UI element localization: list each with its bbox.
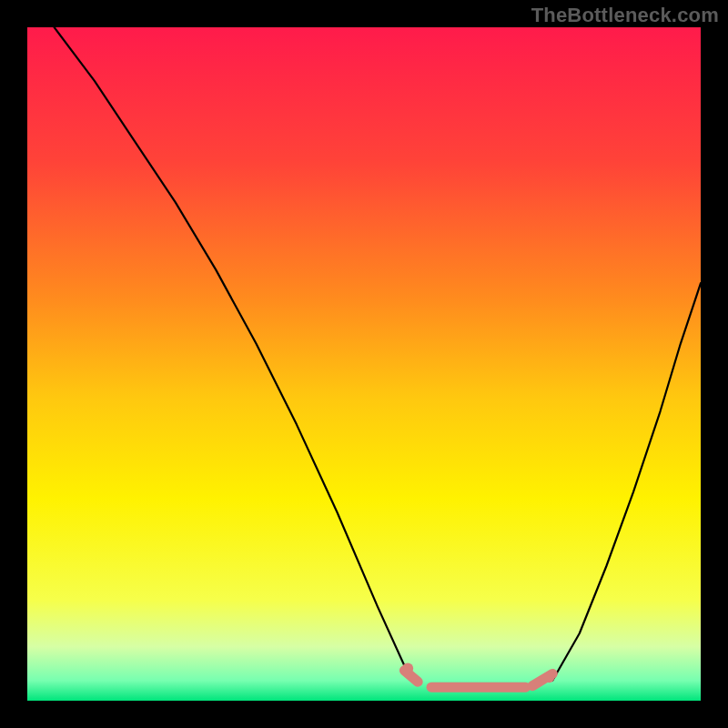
chart-frame: TheBottleneck.com bbox=[0, 0, 728, 728]
gradient-background bbox=[27, 27, 701, 701]
optimal-range-dot-0 bbox=[402, 662, 413, 673]
optimal-range-dot-1 bbox=[543, 672, 554, 682]
plot-area bbox=[27, 27, 701, 701]
bottleneck-chart-svg bbox=[27, 27, 701, 701]
watermark-text: TheBottleneck.com bbox=[531, 4, 719, 27]
